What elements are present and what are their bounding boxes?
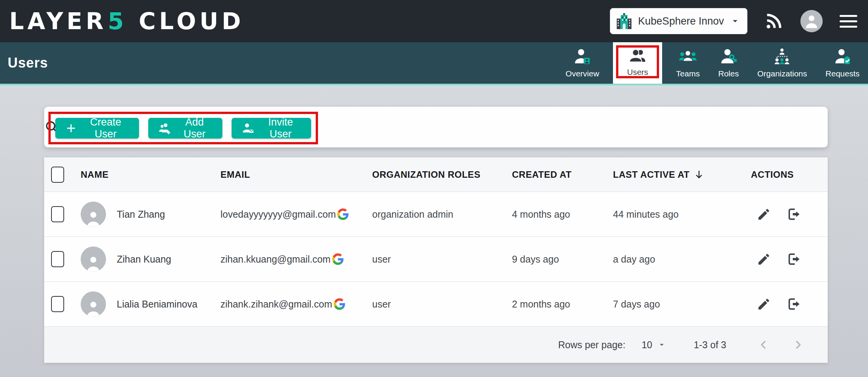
- nav-tab-label: Requests: [825, 69, 860, 78]
- requests-icon: [833, 48, 852, 66]
- nav-tabs: Overview Users: [561, 42, 864, 84]
- users-icon: [628, 47, 647, 65]
- edit-icon[interactable]: [756, 251, 772, 267]
- roles-icon: [719, 48, 738, 66]
- top-bar: LAYER5 CLOUD: [0, 0, 868, 42]
- create-user-label: Create User: [82, 116, 129, 140]
- layer5-cloud-app: LAYER5 CLOUD: [0, 0, 868, 377]
- pagination-controls: [757, 338, 805, 351]
- column-header-name[interactable]: NAME: [81, 169, 220, 180]
- layer5-cloud-logo[interactable]: LAYER5 CLOUD: [9, 8, 244, 35]
- row-checkbox[interactable]: [51, 296, 64, 312]
- organization-selector[interactable]: KubeSphere Innov: [610, 8, 747, 34]
- add-user-label: Add User: [177, 116, 212, 140]
- invite-user-label: Invite User: [260, 116, 301, 140]
- logo-cloud-text: CLOUD: [139, 8, 244, 35]
- nav-tab-organizations[interactable]: Organizations: [753, 42, 812, 84]
- page-title: Users: [8, 55, 48, 71]
- nav-tab-requests[interactable]: Requests: [821, 42, 864, 84]
- google-icon: [334, 298, 345, 310]
- plus-icon: [65, 122, 77, 134]
- remove-user-icon[interactable]: [785, 251, 801, 267]
- user-email: zihan.kkuang@gmail.com: [220, 254, 331, 265]
- nav-bottom-divider: [0, 84, 868, 87]
- table-header-row: NAME EMAIL ORGANIZATION ROLES CREATED AT…: [44, 157, 828, 192]
- user-avatar-button[interactable]: [800, 10, 823, 32]
- annotation-box-users-tab: Users: [616, 45, 659, 78]
- user-created-at: 9 days ago: [512, 254, 613, 265]
- building-icon: [616, 13, 632, 30]
- user-name: Zihan Kuang: [117, 254, 171, 265]
- logo-layer-text: LAYER: [9, 8, 107, 35]
- table-pagination: Rows per page: 10 1-3 of 3: [44, 327, 828, 363]
- sort-descending-icon[interactable]: [693, 169, 705, 180]
- remove-user-icon[interactable]: [785, 296, 801, 312]
- table-row[interactable]: Tian Zhang lovedayyyyyyy@gmail.com organ…: [44, 192, 828, 237]
- edit-icon[interactable]: [756, 296, 772, 312]
- user-org-role: user: [372, 254, 512, 265]
- column-header-actions: ACTIONS: [751, 169, 828, 180]
- nav-tab-label: Users: [627, 68, 648, 77]
- caret-down-icon: [658, 341, 666, 349]
- create-user-button[interactable]: Create User: [55, 118, 139, 139]
- nav-tab-users[interactable]: Users: [613, 42, 662, 84]
- user-email: zihank.zihank@gmail.com: [220, 299, 332, 310]
- hamburger-menu-icon[interactable]: [840, 15, 857, 28]
- remove-user-icon[interactable]: [785, 207, 801, 222]
- user-created-at: 4 months ago: [512, 209, 613, 220]
- nav-tab-label: Overview: [566, 69, 600, 78]
- user-last-active: a day ago: [613, 254, 751, 265]
- user-name: Tian Zhang: [117, 209, 165, 220]
- user-name: Lialia Beniaminova: [117, 299, 197, 310]
- nav-tab-teams[interactable]: Teams: [671, 42, 704, 84]
- row-checkbox[interactable]: [51, 251, 64, 267]
- top-bar-right: KubeSphere Innov: [610, 8, 857, 34]
- avatar: [81, 246, 106, 272]
- add-user-button[interactable]: Add User: [148, 118, 222, 139]
- person-mail-icon: [242, 122, 255, 135]
- edit-icon[interactable]: [756, 207, 772, 222]
- notifications-rss-button[interactable]: [764, 12, 784, 31]
- rows-per-page-select[interactable]: 10: [641, 339, 666, 351]
- column-header-organization-roles[interactable]: ORGANIZATION ROLES: [372, 169, 512, 180]
- nav-tab-overview[interactable]: Overview: [561, 42, 604, 84]
- user-created-at: 2 months ago: [512, 299, 613, 310]
- organization-name: KubeSphere Innov: [638, 15, 724, 27]
- annotation-box-user-buttons: Create User Add User: [48, 112, 318, 144]
- users-toolbar: Create User Add User: [44, 107, 828, 147]
- column-header-last-active-at[interactable]: LAST ACTIVE AT: [613, 169, 751, 180]
- column-header-label: ORGANIZATION ROLES: [372, 169, 480, 180]
- nav-tab-label: Organizations: [757, 69, 807, 78]
- user-org-role: user: [372, 299, 512, 310]
- user-last-active: 7 days ago: [613, 299, 751, 310]
- select-all-checkbox[interactable]: [51, 167, 64, 183]
- avatar: [81, 202, 106, 227]
- table-row[interactable]: Zihan Kuang zihan.kkuang@gmail.com user …: [44, 237, 828, 282]
- nav-tab-roles[interactable]: Roles: [714, 42, 744, 84]
- user-last-active: 44 minutes ago: [613, 209, 751, 220]
- section-nav-bar: Users Overview: [0, 42, 868, 84]
- nav-tab-label: Roles: [718, 69, 739, 78]
- column-header-email[interactable]: EMAIL: [220, 169, 372, 180]
- table-row[interactable]: Lialia Beniaminova zihank.zihank@gmail.c…: [44, 282, 828, 327]
- column-header-label: CREATED AT: [512, 169, 571, 180]
- google-icon: [332, 253, 344, 265]
- column-header-label: LAST ACTIVE AT: [613, 169, 689, 180]
- column-header-created-at[interactable]: CREATED AT: [512, 169, 613, 180]
- avatar: [81, 291, 106, 317]
- row-checkbox[interactable]: [51, 206, 64, 222]
- previous-page-icon[interactable]: [757, 338, 770, 351]
- logo-five-text: 5: [108, 8, 128, 35]
- user-org-role: organization admin: [372, 209, 512, 220]
- overview-icon: [573, 48, 591, 66]
- invite-user-button[interactable]: Invite User: [232, 118, 311, 139]
- person-add-icon: [158, 122, 171, 135]
- rows-per-page-label: Rows per page:: [558, 339, 625, 351]
- user-email: lovedayyyyyyy@gmail.com: [220, 209, 336, 220]
- nav-tab-label: Teams: [676, 69, 700, 78]
- rows-per-page-value: 10: [641, 339, 652, 351]
- pagination-range: 1-3 of 3: [694, 339, 726, 351]
- column-header-label: NAME: [81, 169, 109, 180]
- next-page-icon[interactable]: [792, 338, 805, 351]
- column-header-label: ACTIONS: [751, 169, 794, 180]
